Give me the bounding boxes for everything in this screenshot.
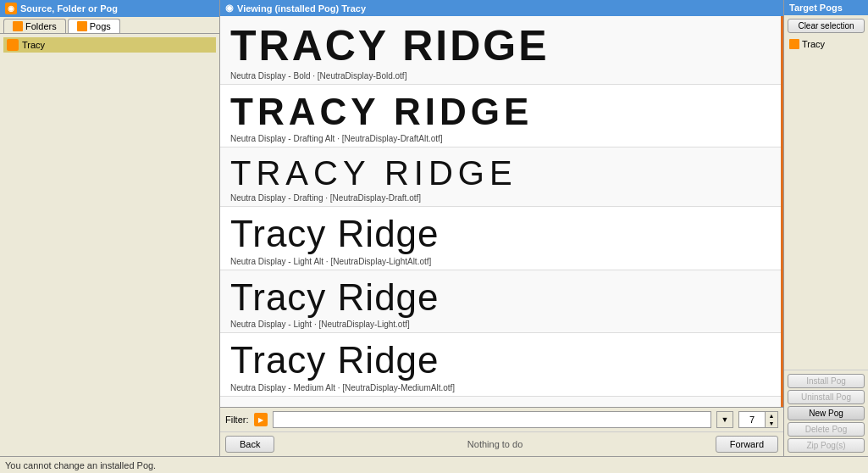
size-spinner: ▲ ▼ — [765, 412, 777, 427]
right-actions: Install Pog Uninstall Pog New Pog Delete… — [784, 370, 868, 456]
font-preview: Tracy Ridge — [230, 340, 771, 381]
tab-bar: Folders Pogs — [0, 17, 219, 34]
pog-item-label: Tracy — [802, 39, 825, 49]
size-up-button[interactable]: ▲ — [766, 412, 777, 420]
font-list: TRACY RIDGENeutra Display - Bold · [Neut… — [220, 16, 783, 407]
font-info: Neutra Display - Drafting Alt · [NeutraD… — [230, 134, 771, 143]
install-pog-button[interactable]: Install Pog — [788, 374, 865, 388]
size-input[interactable] — [739, 412, 765, 427]
font-preview: Tracy Ridge — [230, 214, 771, 254]
tree-item-icon — [7, 39, 19, 51]
middle-panel: ◉ Viewing (installed Pog) Tracy TRACY RI… — [220, 0, 783, 456]
size-down-button[interactable]: ▼ — [766, 420, 777, 427]
status-bar-text: You cannot change an installed Pog. — [5, 460, 156, 470]
filter-icon: ▶ — [254, 413, 268, 426]
pog-item-tracy[interactable]: Tracy — [788, 38, 865, 50]
font-preview: TRACY RIDGE — [230, 154, 771, 192]
left-panel-icon: ◉ — [5, 3, 17, 14]
folders-icon — [13, 21, 23, 31]
font-item: TRACY RIDGENeutra Display - Bold · [Neut… — [220, 16, 781, 85]
delete-pog-button[interactable]: Delete Pog — [788, 422, 865, 437]
font-info: Neutra Display - Medium Alt · [NeutraDis… — [230, 383, 771, 392]
font-info: Neutra Display - Light Alt · [NeutraDisp… — [230, 257, 771, 266]
font-item: Tracy RidgeNeutra Display - Light Alt · … — [220, 207, 781, 270]
pogs-icon — [77, 21, 87, 31]
font-item: TRACY RIDGENeutra Display - Drafting Alt… — [220, 85, 781, 147]
font-info: Neutra Display - Light · [NeutraDisplay-… — [230, 320, 771, 329]
action-bar: Back Nothing to do Forward — [220, 431, 783, 456]
tab-folders-label: Folders — [25, 21, 57, 31]
left-panel: ◉ Source, Folder or Pog Folders Pogs Tra… — [0, 0, 220, 456]
filter-input[interactable] — [273, 411, 712, 428]
size-control: ▲ ▼ — [738, 411, 778, 428]
middle-panel-title: ◉ Viewing (installed Pog) Tracy — [220, 0, 783, 16]
font-preview: TRACY RIDGE — [230, 92, 771, 132]
filter-dropdown[interactable]: ▼ — [716, 411, 733, 428]
font-preview: Tracy Ridge — [230, 277, 771, 318]
middle-panel-title-text: Viewing (installed Pog) Tracy — [237, 3, 366, 14]
left-panel-title: ◉ Source, Folder or Pog — [0, 0, 219, 17]
filter-bar: Filter: ▶ ▼ ▲ ▼ — [220, 407, 783, 431]
status-text: Nothing to do — [274, 439, 715, 449]
tab-pogs[interactable]: Pogs — [68, 19, 120, 33]
tree-item-label: Tracy — [22, 40, 45, 50]
new-pog-button[interactable]: New Pog — [788, 406, 865, 420]
font-info: Neutra Display - Bold · [NeutraDisplay-B… — [230, 71, 771, 81]
tree-item-tracy[interactable]: Tracy — [3, 37, 216, 53]
clear-selection-button[interactable]: Clear selection — [788, 19, 865, 33]
font-item: TRACY RIDGENeutra Display - Drafting · [… — [220, 147, 781, 207]
font-info: Neutra Display - Drafting · [NeutraDispl… — [230, 193, 771, 203]
font-item: Tracy RidgeNeutra Display - Medium · [Ne… — [220, 397, 781, 407]
pog-item-icon — [789, 39, 799, 49]
tab-pogs-label: Pogs — [90, 21, 111, 31]
status-bar: You cannot change an installed Pog. — [0, 456, 868, 473]
forward-button[interactable]: Forward — [716, 436, 778, 453]
left-content: Tracy — [0, 34, 219, 456]
uninstall-pog-button[interactable]: Uninstall Pog — [788, 390, 865, 404]
font-preview: TRACY RIDGE — [230, 23, 771, 70]
right-panel: Target Pogs Clear selection Tracy Instal… — [783, 0, 868, 456]
pog-list: Tracy — [784, 36, 868, 370]
tab-folders[interactable]: Folders — [3, 19, 66, 33]
right-panel-title: Target Pogs — [784, 0, 868, 15]
filter-label: Filter: — [225, 415, 249, 425]
back-button[interactable]: Back — [225, 436, 274, 453]
middle-title-icon: ◉ — [225, 3, 234, 14]
font-item: Tracy RidgeNeutra Display - Medium Alt ·… — [220, 333, 781, 396]
left-panel-title-text: Source, Folder or Pog — [20, 3, 118, 14]
zip-pog-button[interactable]: Zip Pog(s) — [788, 438, 865, 453]
font-item: Tracy RidgeNeutra Display - Light · [Neu… — [220, 270, 781, 333]
